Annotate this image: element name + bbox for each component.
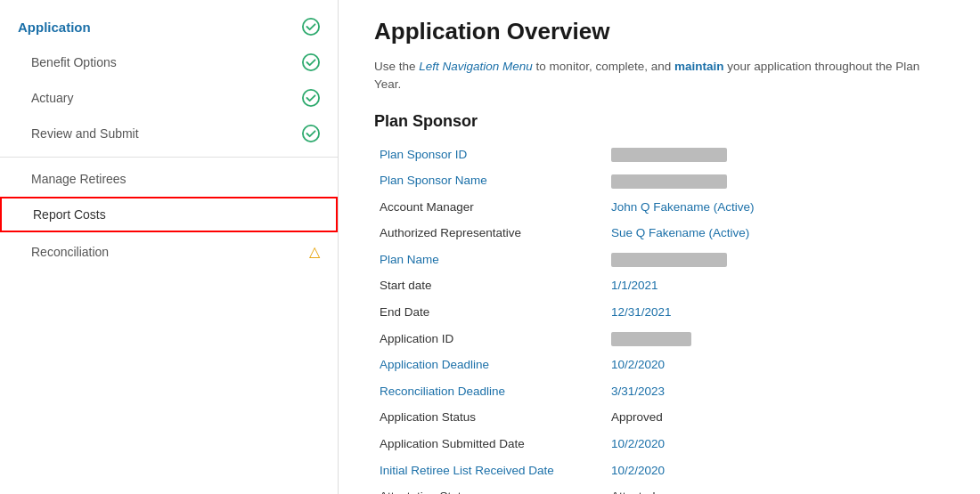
table-row: Application ID: [374, 326, 944, 352]
redacted-plan-name: [611, 253, 727, 267]
svg-point-2: [303, 90, 319, 106]
table-row: Plan Name: [374, 247, 944, 273]
sidebar-label-application: Application: [18, 20, 91, 35]
field-label-application-id: Application ID: [374, 326, 606, 352]
field-label-reconciliation-deadline: Reconciliation Deadline: [374, 378, 606, 405]
sidebar-label-review-submit: Review and Submit: [31, 126, 139, 141]
table-row: Account Manager John Q Fakename (Active): [374, 194, 944, 221]
sidebar-item-reconciliation[interactable]: Reconciliation △: [0, 234, 338, 269]
table-row: Authorized Representative Sue Q Fakename…: [374, 220, 944, 247]
svg-point-3: [303, 126, 319, 142]
field-value-plan-name: [606, 247, 944, 273]
field-label-application-deadline: Application Deadline: [374, 352, 606, 378]
redacted-plan-sponsor-id: [611, 148, 727, 162]
svg-point-1: [303, 54, 319, 70]
field-label-plan-sponsor-name: Plan Sponsor Name: [374, 167, 606, 194]
sidebar-item-review-submit[interactable]: Review and Submit: [0, 116, 338, 151]
table-row: Initial Retiree List Received Date 10/2/…: [374, 458, 944, 484]
table-row: Application Submitted Date 10/2/2020: [374, 431, 944, 458]
field-label-authorized-rep: Authorized Representative: [374, 220, 606, 247]
sidebar-label-report-costs: Report Costs: [33, 207, 106, 222]
field-label-end-date: End Date: [374, 299, 606, 326]
table-row: Reconciliation Deadline 3/31/2023: [374, 378, 944, 405]
table-row: Plan Sponsor Name: [374, 167, 944, 194]
main-content: Application Overview Use the Left Naviga…: [339, 0, 980, 494]
field-value-reconciliation-deadline: 3/31/2023: [606, 378, 944, 405]
sidebar-label-actuary: Actuary: [31, 91, 73, 105]
sidebar: Application Benefit Options Actuary: [0, 0, 339, 494]
sidebar-label-benefit-options: Benefit Options: [31, 55, 117, 69]
field-value-application-id: [606, 326, 944, 352]
field-label-application-status: Application Status: [374, 404, 606, 431]
table-row: Plan Sponsor ID: [374, 142, 944, 168]
check-icon-review-submit: [302, 125, 320, 142]
app-container: Application Benefit Options Actuary: [0, 0, 980, 494]
field-value-start-date: 1/1/2021: [606, 272, 944, 299]
field-value-plan-sponsor-name: [606, 167, 944, 194]
table-row: Start date 1/1/2021: [374, 272, 944, 299]
sidebar-item-manage-retirees[interactable]: Manage Retirees: [0, 163, 338, 195]
table-row: Application Deadline 10/2/2020: [374, 352, 944, 378]
field-value-account-manager: John Q Fakename (Active): [606, 194, 944, 221]
table-row: Attestation Status Attested: [374, 483, 944, 494]
field-value-application-submitted-date: 10/2/2020: [606, 431, 944, 458]
plan-sponsor-section-title: Plan Sponsor: [374, 112, 944, 131]
field-label-attestation-status: Attestation Status: [374, 483, 606, 494]
page-title: Application Overview: [374, 18, 944, 45]
table-row: End Date 12/31/2021: [374, 299, 944, 326]
sidebar-label-manage-retirees: Manage Retirees: [31, 172, 127, 186]
field-value-initial-retiree-list: 10/2/2020: [606, 458, 944, 484]
sidebar-item-benefit-options[interactable]: Benefit Options: [0, 45, 338, 80]
field-value-attestation-status: Attested: [606, 483, 944, 494]
field-value-authorized-rep: Sue Q Fakename (Active): [606, 220, 944, 247]
check-icon-actuary: [302, 89, 320, 107]
maintain-highlight: maintain: [674, 60, 724, 73]
table-row: Application Status Approved: [374, 404, 944, 431]
sidebar-item-application[interactable]: Application: [0, 9, 338, 45]
field-label-plan-name: Plan Name: [374, 247, 606, 273]
sidebar-item-report-costs[interactable]: Report Costs: [0, 197, 338, 232]
svg-point-0: [303, 19, 319, 35]
nav-menu-italic: Left Navigation Menu: [419, 60, 533, 73]
intro-paragraph: Use the Left Navigation Menu to monitor,…: [374, 58, 944, 94]
field-value-plan-sponsor-id: [606, 142, 944, 168]
field-label-plan-sponsor-id: Plan Sponsor ID: [374, 142, 606, 168]
field-label-initial-retiree-list: Initial Retiree List Received Date: [374, 458, 606, 484]
field-label-account-manager: Account Manager: [374, 194, 606, 221]
check-icon-application: [302, 18, 320, 36]
warning-icon-reconciliation: △: [309, 243, 320, 260]
redacted-plan-sponsor-name: [611, 174, 727, 189]
redacted-application-id: [611, 332, 691, 346]
field-value-application-status: Approved: [606, 404, 944, 431]
field-label-application-submitted-date: Application Submitted Date: [374, 431, 606, 458]
fields-table: Plan Sponsor ID Plan Sponsor Name Accoun…: [374, 142, 944, 495]
field-label-start-date: Start date: [374, 272, 606, 299]
field-value-application-deadline: 10/2/2020: [606, 352, 944, 378]
field-value-end-date: 12/31/2021: [606, 299, 944, 326]
check-icon-benefit-options: [302, 53, 320, 71]
sidebar-label-reconciliation: Reconciliation: [31, 245, 109, 259]
sidebar-item-actuary[interactable]: Actuary: [0, 80, 338, 116]
